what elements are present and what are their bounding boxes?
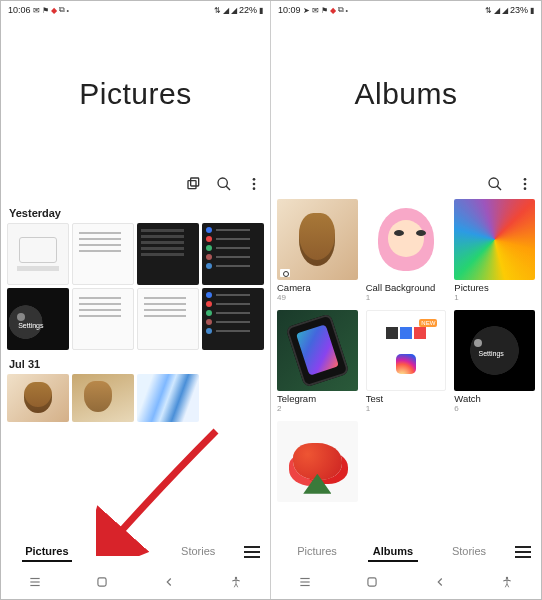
title-area: Pictures	[1, 19, 270, 169]
accessibility-icon[interactable]	[229, 575, 243, 593]
home-icon[interactable]	[365, 575, 379, 593]
status-time: 10:06	[8, 5, 31, 15]
album-name: Telegram	[277, 394, 358, 404]
svg-rect-10	[98, 578, 106, 586]
album-name: Test	[366, 394, 447, 404]
svg-rect-1	[188, 181, 196, 189]
svg-point-14	[524, 178, 527, 181]
bottom-tabs: Pictures Albums Stories	[271, 535, 541, 569]
bottom-tabs: Pictures Albums Stories	[1, 535, 270, 569]
svg-rect-20	[368, 578, 376, 586]
photo-thumb[interactable]	[202, 223, 264, 285]
tab-pictures[interactable]: Pictures	[281, 545, 353, 560]
album-count: 6	[454, 404, 535, 413]
svg-point-15	[524, 183, 527, 186]
search-icon[interactable]	[487, 176, 503, 192]
back-icon[interactable]	[433, 575, 447, 593]
photo-thumb[interactable]	[72, 223, 134, 285]
album-item[interactable]: Watch 6	[454, 310, 535, 413]
photo-thumb[interactable]	[72, 374, 134, 422]
android-navbar	[1, 569, 270, 599]
tab-albums[interactable]: Albums	[357, 545, 429, 560]
svg-point-6	[253, 187, 256, 190]
section-header: Jul 31	[9, 358, 264, 370]
album-count: 1	[454, 293, 535, 302]
signal-icon: ◢	[494, 6, 500, 15]
status-bar: 10:06 ✉ ⚑ ◆ ⧉ • ⇅ ◢ ◢ 22% ▮	[1, 1, 270, 19]
recents-icon[interactable]	[298, 575, 312, 593]
accessibility-icon[interactable]	[500, 575, 514, 593]
notification-icon: ◆	[51, 6, 57, 15]
wifi-icon: ⇅	[485, 6, 492, 15]
more-icon[interactable]	[517, 176, 533, 192]
section-header: Yesterday	[9, 207, 264, 219]
photo-thumb[interactable]	[7, 288, 69, 350]
photo-thumb[interactable]	[72, 288, 134, 350]
tab-stories[interactable]: Stories	[433, 545, 505, 560]
photo-thumb[interactable]	[137, 223, 199, 285]
battery-text: 22%	[239, 5, 257, 15]
status-time: 10:09	[278, 5, 301, 15]
toolbar	[1, 169, 270, 199]
select-icon[interactable]	[186, 176, 202, 192]
camera-icon	[280, 269, 290, 277]
more-dot-icon: •	[67, 7, 69, 14]
notification-icon: ✉	[312, 6, 319, 15]
battery-icon: ▮	[259, 6, 263, 15]
recents-icon[interactable]	[28, 575, 42, 593]
photo-thumb[interactable]	[7, 374, 69, 422]
toolbar	[271, 169, 541, 199]
photo-thumb[interactable]	[202, 288, 264, 350]
svg-rect-0	[191, 178, 199, 186]
notification-icon: ⚑	[42, 6, 49, 15]
album-name: Call Background	[366, 283, 447, 293]
signal-icon: ◢	[231, 6, 237, 15]
svg-point-4	[253, 178, 256, 181]
content-scroll[interactable]: Camera 49 Call Background 1 Pictures 1 T…	[271, 199, 541, 535]
page-title: Albums	[354, 77, 457, 111]
content-scroll[interactable]: Yesterday Jul 31	[1, 199, 270, 535]
tab-stories[interactable]: Stories	[162, 545, 234, 560]
album-name: Watch	[454, 394, 535, 404]
album-item[interactable]: Camera 49	[277, 199, 358, 302]
tab-albums[interactable]: Albums	[87, 545, 159, 560]
notification-icon: ⧉	[59, 5, 65, 15]
album-item[interactable]: Pictures 1	[454, 199, 535, 302]
photo-thumb[interactable]	[137, 374, 199, 422]
svg-point-21	[506, 577, 508, 579]
svg-point-5	[253, 183, 256, 186]
album-count: 1	[366, 404, 447, 413]
pictures-screen: 10:06 ✉ ⚑ ◆ ⧉ • ⇅ ◢ ◢ 22% ▮ Pictures	[1, 1, 271, 599]
title-area: Albums	[271, 19, 541, 169]
svg-point-11	[235, 577, 237, 579]
wifi-icon: ⇅	[214, 6, 221, 15]
notification-icon: ⧉	[338, 5, 344, 15]
svg-point-2	[218, 178, 227, 187]
album-item[interactable]: Telegram 2	[277, 310, 358, 413]
svg-point-12	[489, 178, 498, 187]
photo-thumb[interactable]	[137, 288, 199, 350]
notification-icon: ✉	[33, 6, 40, 15]
back-icon[interactable]	[162, 575, 176, 593]
hamburger-icon[interactable]	[238, 546, 260, 558]
more-icon[interactable]	[246, 176, 262, 192]
signal-icon: ◢	[223, 6, 229, 15]
svg-point-16	[524, 187, 527, 190]
search-icon[interactable]	[216, 176, 232, 192]
photo-thumb[interactable]	[7, 223, 69, 285]
album-item[interactable]: Call Background 1	[366, 199, 447, 302]
hamburger-icon[interactable]	[509, 546, 531, 558]
albums-screen: 10:09 ➤ ✉ ⚑ ◆ ⧉ • ⇅ ◢ ◢ 23% ▮ Albums	[271, 1, 541, 599]
battery-text: 23%	[510, 5, 528, 15]
battery-icon: ▮	[530, 6, 534, 15]
album-count: 1	[366, 293, 447, 302]
album-name: Camera	[277, 283, 358, 293]
home-icon[interactable]	[95, 575, 109, 593]
signal-icon: ◢	[502, 6, 508, 15]
album-item[interactable]: NEW Test 1	[366, 310, 447, 413]
status-bar: 10:09 ➤ ✉ ⚑ ◆ ⧉ • ⇅ ◢ ◢ 23% ▮	[271, 1, 541, 19]
album-item[interactable]	[277, 421, 358, 505]
tab-pictures[interactable]: Pictures	[11, 545, 83, 560]
svg-line-3	[226, 186, 230, 190]
album-count: 2	[277, 404, 358, 413]
